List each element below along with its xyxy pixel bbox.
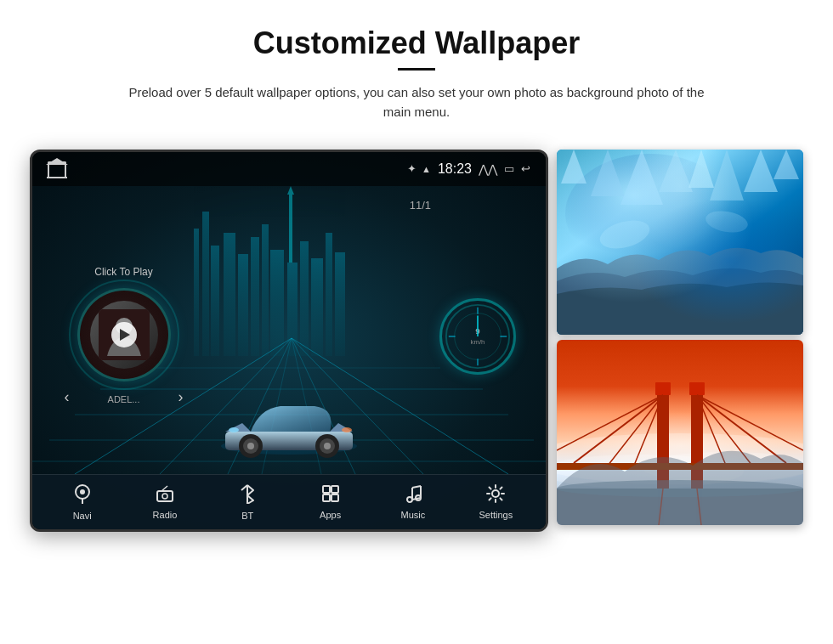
svg-point-37	[342, 427, 352, 432]
title-section: Customized Wallpaper Preload over 5 defa…	[119, 25, 714, 122]
svg-rect-57	[323, 494, 330, 501]
svg-marker-75	[774, 150, 799, 179]
time-display: 18:23	[438, 161, 472, 177]
play-button[interactable]	[111, 322, 137, 347]
svg-rect-56	[332, 486, 338, 493]
page-title: Customized Wallpaper	[119, 25, 714, 61]
status-right: ✦ ▲ 18:23 ⋀⋀ ▭ ↩	[407, 161, 530, 177]
nav-item-music[interactable]: Music	[388, 484, 439, 520]
window-icon: ▭	[504, 162, 514, 175]
svg-point-35	[324, 443, 331, 449]
svg-marker-73	[710, 150, 744, 201]
nav-item-bt[interactable]: BT	[222, 483, 273, 521]
next-button[interactable]: ›	[178, 388, 184, 406]
nav-icons: ⋀⋀ ▭ ↩	[479, 162, 530, 176]
nav-item-apps[interactable]: Apps	[305, 484, 356, 520]
navi-icon	[73, 483, 92, 507]
svg-marker-74	[744, 150, 778, 192]
wallpaper-thumbnails	[557, 150, 803, 525]
radio-icon	[156, 484, 174, 506]
svg-rect-85	[655, 382, 671, 395]
svg-text:km/h: km/h	[471, 337, 485, 345]
wallpaper-thumb-ice[interactable]	[557, 150, 803, 335]
content-area: ✦ ▲ 18:23 ⋀⋀ ▭ ↩ 11/1 Click To Play	[34, 150, 799, 532]
car-image	[212, 385, 366, 461]
wallpaper-thumb-bridge[interactable]	[557, 340, 803, 525]
svg-rect-58	[332, 494, 338, 501]
prev-button[interactable]: ‹	[65, 388, 70, 406]
settings-icon	[486, 484, 505, 506]
click-to-play-label: Click To Play	[94, 266, 152, 278]
svg-marker-68	[561, 150, 586, 184]
svg-point-76	[597, 215, 653, 253]
svg-rect-52	[157, 491, 173, 501]
page-container: Customized Wallpaper Preload over 5 defa…	[0, 0, 833, 644]
artist-name: ADEL...	[108, 394, 140, 404]
music-icon	[404, 484, 422, 506]
nav-item-navi[interactable]: Navi	[57, 483, 108, 521]
page-subtitle: Preload over 5 default wallpaper options…	[119, 82, 714, 122]
svg-point-53	[162, 494, 167, 499]
music-label: Music	[401, 510, 426, 520]
svg-point-32	[247, 443, 254, 449]
status-icons: ✦ ▲	[407, 162, 431, 175]
album-circle[interactable]	[77, 288, 171, 381]
svg-point-36	[229, 427, 239, 432]
navi-label: Navi	[73, 511, 92, 521]
expand-icon: ⋀⋀	[479, 162, 497, 176]
bottom-nav-bar: Navi Radio	[32, 474, 546, 529]
bt-icon	[240, 483, 255, 507]
svg-marker-72	[688, 150, 714, 188]
svg-marker-69	[591, 150, 625, 196]
radio-label: Radio	[153, 510, 178, 520]
car-screen-mockup: ✦ ▲ 18:23 ⋀⋀ ▭ ↩ 11/1 Click To Play	[30, 150, 548, 532]
svg-line-64	[412, 486, 421, 488]
music-nav-arrows: ‹ ADEL... ›	[65, 388, 184, 406]
title-divider	[398, 68, 435, 71]
play-icon	[120, 329, 130, 341]
music-player: Click To Play	[45, 199, 202, 474]
svg-rect-86	[689, 382, 705, 395]
back-icon: ↩	[521, 162, 530, 175]
apps-icon	[321, 484, 340, 506]
home-icon	[48, 161, 66, 177]
svg-marker-14	[287, 186, 294, 195]
svg-point-50	[80, 489, 85, 494]
bt-label: BT	[241, 511, 253, 521]
settings-label: Settings	[479, 510, 513, 520]
nav-item-settings[interactable]: Settings	[470, 484, 521, 520]
gauge-right: 9 km/h	[427, 199, 529, 474]
svg-point-67	[565, 154, 735, 273]
apps-label: Apps	[320, 510, 341, 520]
svg-point-77	[704, 207, 749, 234]
svg-rect-66	[557, 150, 803, 335]
svg-marker-71	[659, 150, 693, 192]
bluetooth-icon: ✦	[407, 162, 416, 175]
svg-marker-70	[620, 150, 663, 205]
svg-point-65	[492, 490, 499, 497]
gauge-circle: 9 km/h	[439, 298, 516, 375]
wifi-icon: ▲	[422, 164, 431, 174]
nav-item-radio[interactable]: Radio	[139, 484, 190, 520]
svg-rect-13	[289, 195, 292, 263]
status-left	[48, 161, 66, 177]
svg-rect-55	[323, 486, 330, 493]
status-bar: ✦ ▲ 18:23 ⋀⋀ ▭ ↩	[32, 152, 546, 186]
